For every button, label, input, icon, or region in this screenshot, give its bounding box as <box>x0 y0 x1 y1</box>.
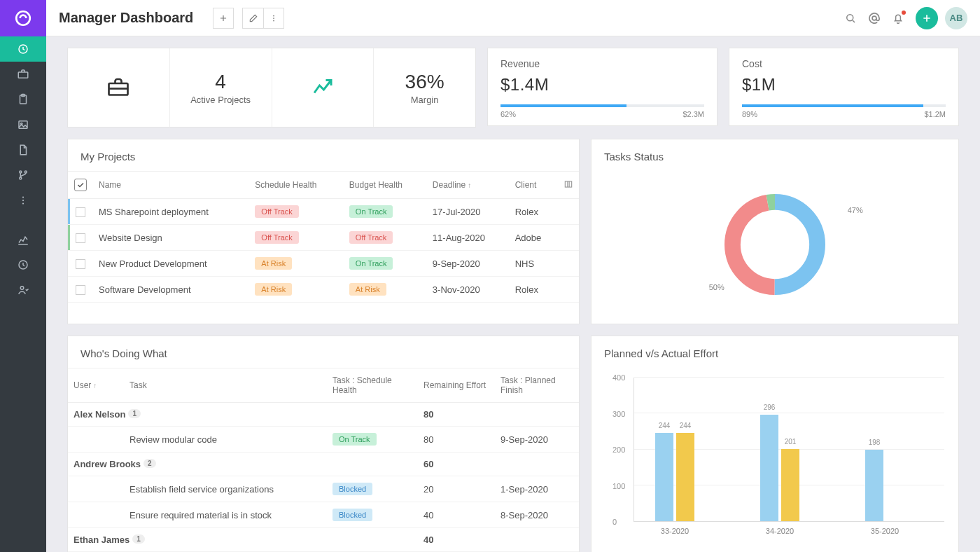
my-projects-card: My Projects Name Schedule Health Budget … <box>67 139 580 324</box>
mentions-button[interactable] <box>862 6 886 30</box>
cell-task: Establish field service organizations <box>124 476 327 502</box>
cell-deadline: 3-Nov-2020 <box>427 277 510 303</box>
col-task[interactable]: Task <box>124 368 327 403</box>
group-row[interactable]: Ethan James140 <box>68 528 579 552</box>
nav-dashboard[interactable] <box>0 36 46 62</box>
nav-image[interactable] <box>0 112 46 137</box>
group-count-badge: 1 <box>128 409 141 418</box>
nav-branch[interactable] <box>0 163 46 188</box>
cell-name: Software Development <box>93 277 249 303</box>
select-all-checkbox[interactable] <box>74 179 87 191</box>
table-row[interactable]: MS Sharepoint deploymentOff TrackOn Trac… <box>68 199 579 225</box>
cell-finish: 8-Sep-2020 <box>495 502 579 528</box>
col-deadline[interactable]: Deadline↑ <box>427 172 510 199</box>
kpi-value: $1.4M <box>500 75 704 95</box>
global-add-button[interactable] <box>916 7 938 29</box>
progress-pct: 62% <box>500 110 516 118</box>
kpi-chart-icon-cell <box>272 48 374 127</box>
bar-category-label: 33-2020 <box>661 527 689 535</box>
col-schedule[interactable]: Schedule Health <box>249 172 344 199</box>
cell-client: NHS <box>510 251 558 277</box>
kpi-value: 4 <box>215 71 226 93</box>
sort-asc-icon: ↑ <box>93 382 97 389</box>
schedule-health-badge: At Risk <box>255 257 292 270</box>
task-row[interactable]: Ensure required material is in stockBloc… <box>68 502 579 528</box>
col-health[interactable]: Task : Schedule Health <box>327 368 418 403</box>
card-title: Who's Doing What <box>68 336 579 368</box>
svg-point-15 <box>273 15 274 16</box>
kpi-revenue-card: Revenue $1.4M 62% $2.3M <box>487 48 718 126</box>
schedule-health-badge: Off Track <box>255 231 298 244</box>
more-actions-button[interactable] <box>263 8 284 29</box>
nav-document[interactable] <box>0 137 46 163</box>
card-title: Planned v/s Actual Effort <box>592 336 958 368</box>
group-row[interactable]: Alex Nelson180 <box>68 403 579 427</box>
col-remaining[interactable]: Remaining Effort <box>418 368 495 403</box>
tasks-status-donut: 50% 47% <box>592 171 958 318</box>
table-row[interactable]: Software DevelopmentAt RiskAt Risk3-Nov-… <box>68 277 579 303</box>
group-count-badge: 1 <box>132 534 145 544</box>
cell-name: MS Sharepoint deployment <box>93 199 249 225</box>
cell-remaining: 80 <box>418 427 495 453</box>
col-finish[interactable]: Task : Planned Finish <box>495 368 579 403</box>
notifications-button[interactable] <box>886 6 910 30</box>
col-columns-picker[interactable] <box>558 172 579 199</box>
cell-name: New Product Development <box>93 251 249 277</box>
add-button[interactable] <box>213 8 234 29</box>
app-logo[interactable] <box>0 0 46 36</box>
row-checkbox[interactable] <box>76 207 85 217</box>
cell-name: Website Design <box>93 225 249 251</box>
bar: 244 <box>655 433 673 521</box>
bar: 296 <box>760 415 778 521</box>
bar: 198 <box>865 450 883 521</box>
svg-point-7 <box>20 171 22 173</box>
col-client[interactable]: Client <box>510 172 558 199</box>
cell-client: Adobe <box>510 225 558 251</box>
row-checkbox[interactable] <box>76 285 85 295</box>
y-tick-label: 100 <box>612 482 625 490</box>
col-user[interactable]: User↑ <box>68 368 124 403</box>
nav-more[interactable] <box>0 188 46 213</box>
projects-table: Name Schedule Health Budget Health Deadl… <box>68 171 579 303</box>
user-avatar[interactable]: AB <box>945 7 967 29</box>
notification-dot-icon <box>902 11 906 15</box>
svg-point-12 <box>22 202 24 204</box>
nav-briefcase[interactable] <box>0 62 46 87</box>
nav-user-settings[interactable] <box>0 277 46 303</box>
bar-group: 24424433-2020 <box>655 433 694 521</box>
effort-bar-chart: 24424433-202029620134-202019835-2020 010… <box>592 368 958 550</box>
budget-health-badge: On Track <box>349 205 393 218</box>
col-name[interactable]: Name <box>93 172 249 199</box>
bar-value-label: 244 <box>680 422 692 429</box>
row-checkbox[interactable] <box>76 233 85 243</box>
kpi-label: Margin <box>411 95 439 105</box>
cell-remaining: 40 <box>418 502 495 528</box>
task-row[interactable]: Establish field service organizationsBlo… <box>68 476 579 502</box>
nav-history[interactable] <box>0 252 46 277</box>
group-sum: 80 <box>418 403 495 427</box>
edit-button[interactable] <box>242 8 263 29</box>
svg-point-10 <box>22 196 24 198</box>
cell-client: Rolex <box>510 277 558 303</box>
nav-clipboard[interactable] <box>0 87 46 112</box>
col-budget[interactable]: Budget Health <box>344 172 427 199</box>
bar-category-label: 35-2020 <box>871 527 899 535</box>
page-title: Manager Dashboard <box>59 10 193 26</box>
search-button[interactable] <box>839 6 862 30</box>
table-row[interactable]: New Product DevelopmentAt RiskOn Track9-… <box>68 251 579 277</box>
nav-analytics[interactable] <box>0 227 46 252</box>
top-bar: Manager Dashboard AB <box>46 0 980 36</box>
bar-value-label: 296 <box>764 403 776 411</box>
table-row[interactable]: Website DesignOff TrackOff Track11-Aug-2… <box>68 225 579 251</box>
group-row[interactable]: Andrew Brooks260 <box>68 453 579 476</box>
cell-task: Ensure required material is in stock <box>124 502 327 528</box>
row-checkbox[interactable] <box>76 259 85 269</box>
kpi-combo-card: 4 Active Projects 36% Margin <box>67 48 476 127</box>
group-sum: 60 <box>418 453 495 476</box>
kpi-active-projects: 4 Active Projects <box>169 48 272 127</box>
task-row[interactable]: Review modular codeOn Track809-Sep-2020 <box>68 427 579 453</box>
group-name: Alex Nelson1 <box>68 403 418 427</box>
effort-chart-card: Planned v/s Actual Effort 24424433-20202… <box>591 336 959 552</box>
group-count-badge: 2 <box>144 459 156 468</box>
main-content: 4 Active Projects 36% Margin Revenue $1.… <box>46 36 980 552</box>
